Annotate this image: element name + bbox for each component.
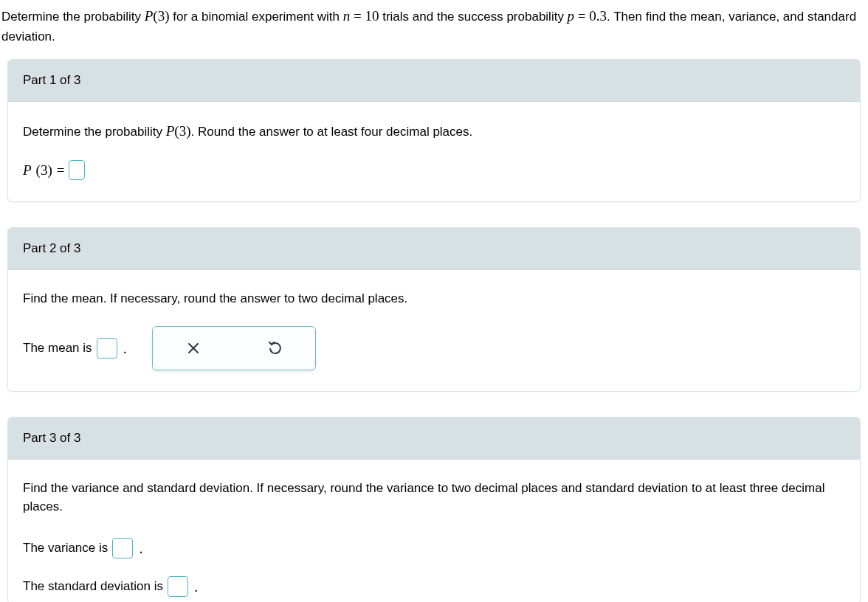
close-icon bbox=[187, 342, 200, 355]
eq1: = bbox=[350, 8, 365, 24]
P-arg: (3) bbox=[153, 8, 169, 24]
part3-variance-row: The variance is . bbox=[23, 537, 845, 559]
intro-text-3: trials and the success probability bbox=[379, 10, 567, 24]
clear-button[interactable] bbox=[153, 326, 234, 370]
part3-stddev-period: . bbox=[194, 575, 199, 598]
part1-prompt-pre: Determine the probability bbox=[23, 125, 166, 139]
p-var: p bbox=[568, 8, 575, 24]
part1-P-arg: (3) bbox=[174, 123, 190, 139]
p-val: 0.3 bbox=[589, 8, 607, 24]
part3-stddev-label: The standard deviation is bbox=[23, 577, 163, 596]
P-symbol: P bbox=[145, 8, 154, 24]
part2-answer-row: The mean is . bbox=[23, 326, 845, 370]
intro-text-2: for a binomial experiment with bbox=[169, 10, 342, 24]
undo-button[interactable] bbox=[234, 326, 315, 370]
part2-label: The mean is bbox=[23, 339, 92, 358]
part1-answer-input[interactable] bbox=[69, 160, 85, 180]
n-var: n bbox=[343, 8, 351, 24]
part3-header: Part 3 of 3 bbox=[8, 418, 860, 460]
question-intro: Determine the probability P(3) for a bin… bbox=[0, 0, 868, 59]
part1-lhs-arg: (3) bbox=[36, 160, 52, 181]
part1-lhs-P: P bbox=[23, 160, 32, 181]
part2-card: Part 2 of 3 Find the mean. If necessary,… bbox=[7, 227, 861, 392]
part3-stddev-input[interactable] bbox=[168, 576, 188, 597]
part1-answer-row: P(3) = bbox=[23, 160, 845, 181]
part3-stddev-row: The standard deviation is . bbox=[23, 575, 845, 598]
eq2: = bbox=[574, 8, 589, 24]
undo-icon bbox=[266, 340, 283, 356]
part1-header: Part 1 of 3 bbox=[8, 60, 860, 102]
part3-variance-input[interactable] bbox=[112, 538, 133, 558]
part2-header: Part 2 of 3 bbox=[8, 228, 860, 270]
part3-variance-period: . bbox=[139, 537, 143, 559]
intro-text-1: Determine the probability bbox=[1, 10, 145, 24]
part2-prompt: Find the mean. If necessary, round the a… bbox=[23, 289, 845, 308]
part1-prompt-post: . Round the answer to at least four deci… bbox=[190, 125, 472, 139]
part1-P: P bbox=[166, 123, 175, 139]
answer-toolbar bbox=[152, 326, 316, 370]
part1-card: Part 1 of 3 Determine the probability P(… bbox=[7, 59, 861, 202]
part3-card: Part 3 of 3 Find the variance and standa… bbox=[7, 417, 861, 603]
part1-lhs-eq: = bbox=[57, 160, 65, 181]
part2-answer-input[interactable] bbox=[97, 338, 117, 359]
part3-prompt: Find the variance and standard deviation… bbox=[23, 479, 845, 516]
part3-variance-label: The variance is bbox=[23, 539, 108, 558]
n-val: 10 bbox=[365, 8, 379, 24]
part2-period: . bbox=[123, 337, 128, 359]
part1-prompt: Determine the probability P(3). Round th… bbox=[23, 121, 845, 142]
